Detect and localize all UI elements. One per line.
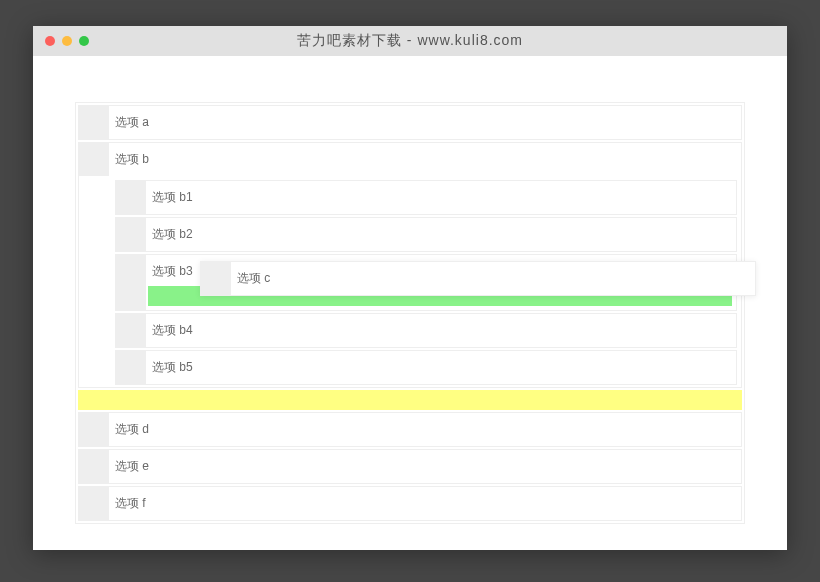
list-item-label: 选项 c [231,262,755,295]
drag-handle-icon[interactable] [116,351,146,384]
list-item-label: 选项 b5 [146,351,736,384]
drag-handle-icon[interactable] [79,413,109,446]
titlebar: 苦力吧素材下载 - www.kuli8.com [33,26,787,56]
close-icon[interactable] [45,36,55,46]
drag-handle-icon[interactable] [116,218,146,251]
list-item-label: 选项 e [109,450,741,483]
window-controls [45,36,89,46]
drag-placeholder [78,390,742,410]
list-item[interactable]: 选项 f [78,486,742,521]
maximize-icon[interactable] [79,36,89,46]
drag-handle-icon[interactable] [116,255,146,310]
list-item[interactable]: 选项 b2 [115,217,737,252]
drag-handle-icon[interactable] [201,262,231,295]
list-item[interactable]: 选项 e [78,449,742,484]
list-item[interactable]: 选项 b1 [115,180,737,215]
list-item-label: 选项 f [109,487,741,520]
drag-handle-icon[interactable] [79,450,109,483]
dragging-item[interactable]: 选项 c [200,261,756,296]
drag-handle-icon[interactable] [79,487,109,520]
list-item-label: 选项 a [109,106,741,139]
list-item[interactable]: 选项 b5 [115,350,737,385]
drag-handle-icon[interactable] [79,143,109,176]
list-item-label: 选项 d [109,413,741,446]
list-item[interactable]: 选项 a [78,105,742,140]
sortable-list: 选项 a 选项 b 选项 b1 选项 b2 [75,102,745,524]
list-item-label: 选项 b [109,143,741,176]
drag-handle-icon[interactable] [116,181,146,214]
drag-handle-icon[interactable] [116,314,146,347]
window-title: 苦力吧素材下载 - www.kuli8.com [33,32,787,50]
list-item-label: 选项 b2 [146,218,736,251]
list-item-label: 选项 b1 [146,181,736,214]
list-item[interactable]: 选项 d [78,412,742,447]
minimize-icon[interactable] [62,36,72,46]
drag-handle-icon[interactable] [79,106,109,139]
list-item-label: 选项 b4 [146,314,736,347]
list-item[interactable]: 选项 b4 [115,313,737,348]
